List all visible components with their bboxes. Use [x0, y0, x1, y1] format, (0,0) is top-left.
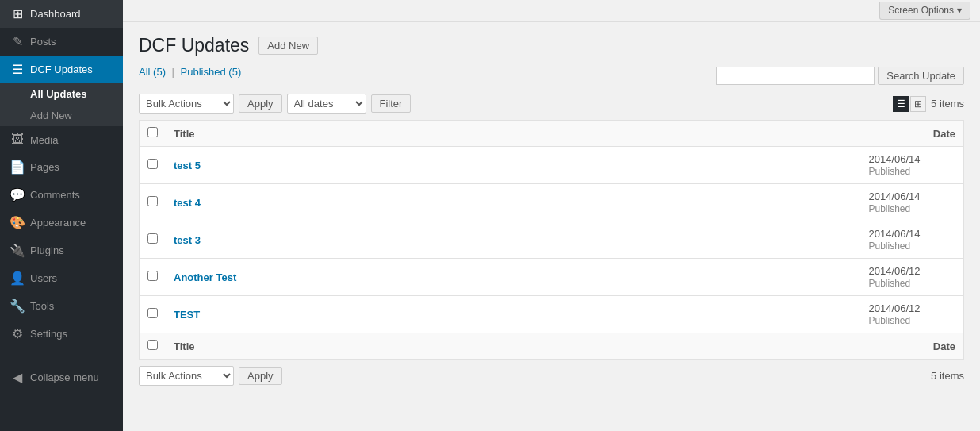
sidebar-item-users[interactable]: 👤 Users	[0, 264, 123, 292]
filter-all-link[interactable]: All (5)	[139, 66, 169, 78]
row-title-link[interactable]: TEST	[174, 309, 200, 321]
view-list-button[interactable]: ☰	[893, 96, 909, 112]
sidebar-item-label: Appearance	[30, 217, 86, 229]
select-all-footer-checkbox[interactable]	[147, 340, 158, 350]
row-date-value: 2014/06/14	[869, 228, 921, 240]
sidebar-item-dashboard[interactable]: ⊞ Dashboard	[0, 0, 123, 28]
filter-published-link[interactable]: Published (5)	[181, 66, 242, 78]
filter-all-count: (5)	[153, 66, 166, 78]
row-checkbox-cell	[140, 296, 167, 333]
col-title-header[interactable]: Title	[166, 121, 861, 147]
filter-separator: |	[172, 66, 178, 78]
select-all-checkbox[interactable]	[147, 127, 158, 137]
posts-icon: ✎	[10, 34, 25, 49]
table-row: test 4 2014/06/14 Published	[140, 184, 964, 221]
row-checkbox[interactable]	[147, 308, 158, 318]
bottom-toolbar: Bulk Actions Apply 5 items	[139, 366, 964, 386]
sidebar-item-label: Settings	[30, 328, 67, 340]
page-title: DCF Updates	[139, 35, 249, 56]
sidebar-item-all-updates[interactable]: All Updates	[0, 83, 123, 105]
sidebar-item-label: Tools	[30, 300, 54, 312]
bottom-bulk-actions-select[interactable]: Bulk Actions	[139, 366, 234, 386]
row-title-link[interactable]: test 4	[174, 197, 201, 209]
sidebar-item-tools[interactable]: 🔧 Tools	[0, 292, 123, 320]
settings-icon: ⚙	[10, 326, 25, 341]
sidebar-item-posts[interactable]: ✎ Posts	[0, 28, 123, 56]
row-date-status: Published	[869, 203, 911, 214]
row-checkbox-cell	[140, 147, 167, 184]
row-date-cell: 2014/06/14 Published	[861, 221, 964, 259]
search-input[interactable]	[716, 67, 875, 85]
row-checkbox[interactable]	[147, 271, 158, 281]
table-row: test 5 2014/06/14 Published	[140, 147, 964, 184]
sidebar-item-add-new[interactable]: Add New	[0, 105, 123, 126]
col-date-header[interactable]: Date	[861, 121, 964, 147]
search-area: Search Update	[716, 67, 964, 85]
sidebar-item-settings[interactable]: ⚙ Settings	[0, 320, 123, 348]
filter-button[interactable]: Filter	[371, 94, 412, 113]
row-date-status: Published	[869, 241, 911, 252]
screen-options-button[interactable]: Screen Options ▾	[879, 2, 970, 20]
sidebar-item-label: Users	[30, 272, 57, 284]
table-body: test 5 2014/06/14 Published test 4 2014/…	[140, 147, 964, 333]
appearance-icon: 🎨	[10, 215, 25, 230]
bottom-apply-button[interactable]: Apply	[239, 367, 282, 385]
items-count: 5 items	[931, 98, 964, 110]
table-row: TEST 2014/06/12 Published	[140, 296, 964, 333]
row-title-cell: test 4	[166, 184, 861, 221]
row-date-value: 2014/06/14	[869, 153, 921, 165]
table-row: test 3 2014/06/14 Published	[140, 221, 964, 259]
row-checkbox[interactable]	[147, 196, 158, 206]
dates-select[interactable]: All dates	[287, 94, 366, 114]
col-cb-header	[140, 121, 167, 147]
screen-options-label: Screen Options	[888, 5, 954, 16]
row-title-link[interactable]: test 3	[174, 234, 201, 246]
sidebar-item-label: Posts	[30, 36, 56, 48]
row-date-value: 2014/06/12	[869, 265, 921, 277]
row-date-status: Published	[869, 166, 911, 177]
row-date-cell: 2014/06/14 Published	[861, 184, 964, 221]
media-icon: 🖼	[10, 133, 25, 147]
sidebar-item-appearance[interactable]: 🎨 Appearance	[0, 209, 123, 237]
row-date-cell: 2014/06/12 Published	[861, 296, 964, 333]
main-area: Screen Options ▾ DCF Updates Add New All…	[123, 0, 980, 431]
apply-button[interactable]: Apply	[239, 94, 282, 113]
row-checkbox-cell	[140, 221, 167, 259]
sidebar-item-media[interactable]: 🖼 Media	[0, 126, 123, 153]
bulk-actions-select[interactable]: Bulk Actions	[139, 94, 234, 114]
row-date-status: Published	[869, 278, 911, 289]
row-title-cell: Another Test	[166, 259, 861, 296]
add-new-button[interactable]: Add New	[258, 37, 318, 55]
sidebar-item-label: Plugins	[30, 244, 64, 256]
table-header-row: Title Date	[140, 121, 964, 147]
search-button[interactable]: Search Update	[878, 67, 964, 85]
sidebar-item-plugins[interactable]: 🔌 Plugins	[0, 237, 123, 264]
comments-icon: 💬	[10, 187, 25, 202]
sidebar-item-label: Dashboard	[30, 8, 81, 20]
pages-icon: 📄	[10, 160, 25, 175]
filter-links: All (5) | Published (5)	[139, 66, 241, 78]
plugins-icon: 🔌	[10, 243, 25, 258]
sidebar-collapse-menu[interactable]: ◀ Collapse menu	[0, 364, 123, 391]
sidebar-item-pages[interactable]: 📄 Pages	[0, 153, 123, 181]
row-title-link[interactable]: Another Test	[174, 271, 236, 283]
view-grid-button[interactable]: ⊞	[910, 96, 926, 112]
topbar: Screen Options ▾	[123, 0, 980, 22]
row-title-cell: test 5	[166, 147, 861, 184]
col-cb-footer	[140, 333, 167, 360]
row-checkbox[interactable]	[147, 159, 158, 169]
grid-view-icon: ⊞	[914, 98, 922, 110]
row-title-link[interactable]: test 5	[174, 160, 201, 171]
col-title-footer[interactable]: Title	[166, 333, 861, 360]
table-footer-row: Title Date	[140, 333, 964, 360]
posts-table: Title Date test 5 2014/06/14 Published t…	[139, 120, 964, 360]
row-title-cell: test 3	[166, 221, 861, 259]
row-checkbox[interactable]	[147, 233, 158, 244]
row-date-cell: 2014/06/12 Published	[861, 259, 964, 296]
col-date-footer[interactable]: Date	[861, 333, 964, 360]
view-toggle: ☰ ⊞	[893, 96, 926, 112]
row-checkbox-cell	[140, 184, 167, 221]
sidebar-item-comments[interactable]: 💬 Comments	[0, 181, 123, 209]
sidebar-item-dcf-updates[interactable]: ☰ DCF Updates	[0, 56, 123, 83]
page-header: DCF Updates Add New	[139, 35, 964, 56]
